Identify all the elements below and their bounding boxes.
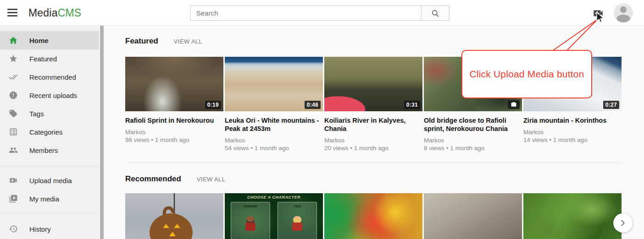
game-character-sprite <box>291 216 303 231</box>
sidebar-item-label: Recent uploads <box>29 92 77 99</box>
callout-pointer-tail <box>546 14 603 53</box>
carousel-next-button[interactable] <box>613 213 633 233</box>
camera-icon <box>511 102 517 108</box>
video-thumbnail[interactable]: 0:46 <box>225 57 323 111</box>
logo-text-media: Media <box>28 7 58 19</box>
video-card[interactable] <box>523 193 622 239</box>
tag-icon <box>9 109 18 118</box>
search-bar <box>190 5 450 21</box>
pumpkin-artwork <box>125 193 223 239</box>
video-library-icon <box>9 194 18 203</box>
photo-type-badge <box>508 100 520 109</box>
video-card[interactable]: 0:31 Koiliaris River in Kalyves, Chania … <box>324 57 422 152</box>
new-releases-icon <box>9 91 18 100</box>
sidebar-item-label: My media <box>29 195 59 203</box>
game-character-sprite <box>244 216 256 231</box>
menu-toggle-icon[interactable] <box>7 9 17 16</box>
duration-badge: 0:27 <box>603 101 619 109</box>
history-icon <box>9 224 18 234</box>
sidebar-item-history[interactable]: History <box>0 220 99 238</box>
video-title[interactable]: Koiliaris River in Kalyves, Chania <box>324 116 422 133</box>
sidebar-item-upload-media[interactable]: Upload media <box>0 171 99 190</box>
sidebar-item-label: Tags <box>29 110 44 118</box>
game-character-panel: YAA Select <box>278 202 317 239</box>
video-thumbnail[interactable]: CHOOSE A CHARACTER KWAME Selected YAA Se… <box>225 193 323 239</box>
video-meta: 54 views • 1 month ago <box>225 144 323 152</box>
video-author[interactable]: Markos <box>125 128 223 136</box>
video-call-icon <box>9 176 18 185</box>
video-author[interactable]: Markos <box>324 136 422 144</box>
video-card[interactable] <box>424 193 522 239</box>
sidebar-item-label: Categories <box>29 128 63 136</box>
video-title[interactable]: Old bridge close to Rafioli sprint, Nero… <box>424 116 522 133</box>
video-card[interactable] <box>125 193 223 239</box>
game-character-name: KWAME <box>231 202 270 208</box>
sidebar-item-home[interactable]: Home <box>0 31 99 49</box>
sidebar-item-categories[interactable]: Categories <box>0 123 99 141</box>
sidebar-item-members[interactable]: Members <box>0 141 99 159</box>
sidebar-item-recommended[interactable]: Recommended <box>0 68 99 86</box>
recommended-section-title: Recommended <box>125 174 181 184</box>
video-author[interactable]: Markos <box>523 128 622 136</box>
video-thumbnail[interactable] <box>424 193 522 239</box>
video-meta: 8 views • 1 month ago <box>424 144 522 152</box>
chevron-right-icon <box>618 218 628 228</box>
video-card[interactable] <box>324 193 422 239</box>
list-alt-icon <box>9 127 18 136</box>
video-thumbnail[interactable]: 0:19 <box>125 57 223 111</box>
recommended-view-all-link[interactable]: VIEW ALL <box>197 176 225 183</box>
sidebar-item-label: History <box>29 225 51 233</box>
home-icon <box>9 36 18 45</box>
sidebar-item-my-media[interactable]: My media <box>0 190 99 208</box>
video-thumbnail[interactable]: 0:31 <box>324 57 422 111</box>
sidebar-scrollbar[interactable] <box>99 26 105 239</box>
featured-section-title: Featured <box>125 37 158 46</box>
recommended-row: CHOOSE A CHARACTER KWAME Selected YAA Se… <box>125 193 622 239</box>
section-divider <box>125 163 622 163</box>
sidebar-item-label: Members <box>29 147 58 154</box>
sidebar-item-label: Home <box>29 37 49 44</box>
video-meta: 98 views • 1 month ago <box>125 136 223 144</box>
sidebar-item-recent-uploads[interactable]: Recent uploads <box>0 86 99 104</box>
video-title[interactable]: Leuka Ori - White mountains - Peak at 24… <box>225 116 323 133</box>
video-card[interactable]: 0:19 Rafioli Sprint in Nerokourou Markos… <box>125 57 223 152</box>
video-thumbnail[interactable] <box>523 193 622 239</box>
duration-badge: 0:31 <box>404 101 420 109</box>
search-input[interactable] <box>191 6 421 20</box>
person-icon <box>614 3 633 22</box>
video-card[interactable]: 0:46 Leuka Ori - White mountains - Peak … <box>225 57 323 152</box>
video-thumbnail[interactable] <box>324 193 422 239</box>
app-logo[interactable]: MediaCMS <box>28 0 81 26</box>
sidebar: Home Featured Recommended Recent uploads… <box>0 26 99 239</box>
sidebar-divider <box>0 212 99 213</box>
game-character-name: YAA <box>278 202 316 208</box>
game-title-text: CHOOSE A CHARACTER <box>225 193 323 200</box>
annotation-callout: Click Upload Media button <box>461 50 592 98</box>
done-all-icon <box>9 72 18 81</box>
star-icon <box>9 54 18 63</box>
video-title[interactable]: Ziria mountain - Korinthos <box>523 116 622 125</box>
video-meta: 20 views • 1 month ago <box>324 144 422 152</box>
sidebar-item-label: Featured <box>29 55 57 63</box>
scrollbar-thumb[interactable] <box>100 23 104 239</box>
duration-badge: 0:46 <box>305 101 321 109</box>
featured-view-all-link[interactable]: VIEW ALL <box>174 38 202 45</box>
duration-badge: 0:19 <box>205 101 221 109</box>
sidebar-divider <box>0 166 99 167</box>
video-thumbnail[interactable] <box>125 193 223 239</box>
search-icon <box>431 9 440 18</box>
video-title[interactable]: Rafioli Sprint in Nerokourou <box>125 116 223 125</box>
sidebar-item-label: Upload media <box>29 177 72 185</box>
sidebar-item-label: Recommended <box>29 73 76 81</box>
video-card[interactable]: CHOOSE A CHARACTER KWAME Selected YAA Se… <box>225 193 323 239</box>
callout-text: Click Upload Media button <box>469 69 584 80</box>
user-avatar[interactable] <box>614 3 633 22</box>
mouse-cursor <box>595 12 605 24</box>
search-button[interactable] <box>421 6 449 20</box>
sidebar-item-tags[interactable]: Tags <box>0 104 99 123</box>
logo-text-cms: CMS <box>58 7 82 19</box>
video-author[interactable]: Markos <box>424 136 522 144</box>
people-icon <box>9 146 18 155</box>
sidebar-item-featured[interactable]: Featured <box>0 49 99 68</box>
video-author[interactable]: Markos <box>225 136 323 144</box>
